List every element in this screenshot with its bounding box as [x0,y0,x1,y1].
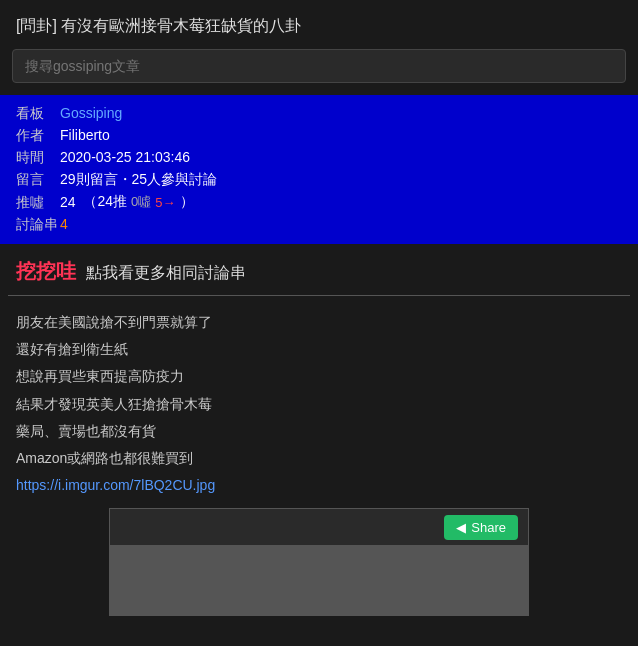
image-body [110,545,528,615]
search-input[interactable] [12,49,626,83]
time-label: 時間 [16,149,60,167]
board-row: 看板 Gossiping [16,105,622,123]
content-line-5: 藥局、賣場也都沒有貨 [16,419,622,444]
share-icon: ◀ [456,520,466,535]
page-title: [問卦] 有沒有歐洲接骨木莓狂缺貨的八卦 [0,0,638,49]
author-row: 作者 Filiberto [16,127,622,145]
push-zero: 0噓 [131,193,151,211]
hashtag-bar: 挖挖哇 點我看更多相同討論串 [0,244,638,295]
hashtag-link[interactable]: 挖挖哇 [16,260,76,282]
time-row: 時間 2020-03-25 21:03:46 [16,149,622,167]
content-line-6: Amazon或網路也都很難買到 [16,446,622,471]
board-label: 看板 [16,105,60,123]
author-label: 作者 [16,127,60,145]
discuss-row: 討論串 4 [16,216,622,234]
push-label: 推噓 [16,194,60,212]
replies-label: 留言 [16,171,60,189]
push-close: ） [180,193,194,211]
hashtag-label: 點我看更多相同討論串 [86,264,246,281]
share-button[interactable]: ◀ Share [444,515,518,540]
push-detail: 24 （24推 0噓 5→ ） [60,193,194,211]
share-label: Share [471,520,506,535]
search-bar [0,49,638,95]
image-top-bar: ◀ Share [110,509,528,545]
push-row: 推噓 24 （24推 0噓 5→ ） [16,193,622,212]
board-link[interactable]: Gossiping [60,105,122,121]
discuss-label: 討論串 [16,216,60,234]
discuss-value: 4 [60,216,68,232]
divider [8,295,630,296]
time-value: 2020-03-25 21:03:46 [60,149,190,165]
content-area: 朋友在美國說搶不到門票就算了 還好有搶到衛生紙 想說再買些東西提高防疫力 結果才… [0,310,638,632]
author-value: Filiberto [60,127,110,143]
push-open: （24推 [80,193,127,211]
content-line-1: 朋友在美國說搶不到門票就算了 [16,310,622,335]
content-link[interactable]: https://i.imgur.com/7lBQ2CU.jpg [16,477,215,493]
push-arrow: 5→ [155,195,175,210]
content-line-2: 還好有搶到衛生紙 [16,337,622,362]
meta-card: 看板 Gossiping 作者 Filiberto 時間 2020-03-25 … [0,95,638,244]
replies-value: 29則留言・25人參與討論 [60,171,217,189]
push-count: 24 [60,194,76,210]
replies-row: 留言 29則留言・25人參與討論 [16,171,622,189]
content-line-3: 想說再買些東西提高防疫力 [16,364,622,389]
content-line-4: 結果才發現英美人狂搶搶骨木莓 [16,392,622,417]
image-preview: ◀ Share [109,508,529,616]
